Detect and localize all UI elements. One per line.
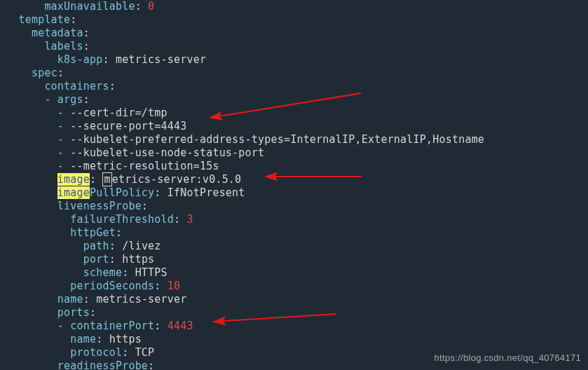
yaml-key: args bbox=[57, 93, 83, 106]
yaml-number: 3 bbox=[186, 213, 193, 226]
yaml-key: ports bbox=[57, 306, 90, 319]
watermark-text: https://blog.csdn.net/qq_40764171 bbox=[435, 351, 581, 364]
yaml-key: port bbox=[83, 253, 109, 266]
code-annotated-figure: maxUnavailable: 0 template: metadata: la… bbox=[0, 0, 588, 370]
yaml-key: scheme bbox=[83, 266, 122, 279]
yaml-key: containerPort bbox=[70, 320, 154, 332]
yaml-number: 4443 bbox=[167, 320, 193, 332]
yaml-key: maxUnavailable bbox=[44, 0, 135, 13]
yaml-arg: --cert-dir=/tmp bbox=[70, 107, 167, 119]
yaml-arg: --kubelet-preferred-address-types=Intern… bbox=[70, 133, 484, 146]
yaml-code-block: maxUnavailable: 0 template: metadata: la… bbox=[0, 0, 588, 370]
yaml-string: metrics-server bbox=[96, 293, 186, 306]
yaml-key: livenessProbe bbox=[57, 200, 142, 212]
yaml-key: readinessProbe bbox=[57, 359, 148, 370]
yaml-string: https bbox=[122, 253, 154, 266]
yaml-string: IfNotPresent bbox=[167, 186, 245, 199]
yaml-key: name bbox=[57, 293, 83, 306]
yaml-key: labels bbox=[44, 40, 83, 53]
yaml-string: HTTPS bbox=[135, 266, 167, 279]
yaml-number: 0 bbox=[148, 0, 154, 13]
yaml-arg: --kubelet-use-node-status-port bbox=[70, 146, 264, 159]
yaml-key: periodSeconds bbox=[70, 280, 154, 292]
yaml-string: TCP bbox=[135, 346, 155, 359]
yaml-key: path bbox=[83, 240, 109, 252]
yaml-arg: --secure-port=4443 bbox=[70, 120, 186, 132]
yaml-key-highlighted: image bbox=[57, 173, 90, 186]
yaml-key: httpGet bbox=[70, 226, 116, 239]
yaml-string: /livez bbox=[122, 240, 160, 252]
yaml-key: protocol bbox=[70, 346, 122, 359]
yaml-key: failureThreshold bbox=[70, 213, 174, 226]
yaml-key: spec bbox=[32, 67, 57, 79]
yaml-key: PullPolicy bbox=[90, 186, 154, 199]
yaml-number: 10 bbox=[167, 280, 180, 292]
yaml-key-highlighted: image bbox=[57, 186, 90, 199]
yaml-key: template bbox=[18, 13, 70, 26]
yaml-key: name bbox=[70, 333, 96, 345]
text-cursor-box: m bbox=[102, 172, 111, 186]
yaml-string: https bbox=[109, 333, 142, 345]
yaml-string: metrics-server bbox=[116, 53, 206, 66]
yaml-key: metadata bbox=[32, 27, 83, 39]
yaml-key: containers bbox=[44, 80, 109, 92]
yaml-arg: --metric-resolution=15s bbox=[70, 160, 219, 172]
yaml-key: k8s-app bbox=[57, 53, 103, 66]
yaml-string: etrics-server:v0.5.0 bbox=[112, 173, 242, 186]
